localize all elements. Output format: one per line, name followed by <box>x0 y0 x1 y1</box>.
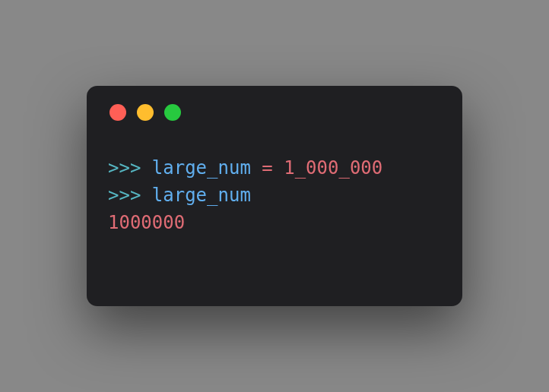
minimize-icon[interactable] <box>137 104 154 121</box>
code-line: >>> large_num = 1_000_000 <box>108 157 382 179</box>
close-icon[interactable] <box>109 104 126 121</box>
window-controls <box>109 104 441 121</box>
terminal-window: >>> large_num = 1_000_000 >>> large_num … <box>87 86 462 306</box>
repl-prompt: >>> <box>108 185 141 206</box>
code-line: >>> large_num <box>108 185 251 206</box>
maximize-icon[interactable] <box>164 104 181 121</box>
number-literal: 1_000_000 <box>284 157 382 179</box>
identifier: large_num <box>152 157 251 179</box>
repl-prompt: >>> <box>108 157 141 179</box>
operator: = <box>262 157 272 179</box>
terminal-output: >>> large_num = 1_000_000 >>> large_num … <box>108 154 441 236</box>
code-line: 1000000 <box>108 212 185 233</box>
repl-output: 1000000 <box>108 212 185 233</box>
identifier: large_num <box>152 185 251 206</box>
